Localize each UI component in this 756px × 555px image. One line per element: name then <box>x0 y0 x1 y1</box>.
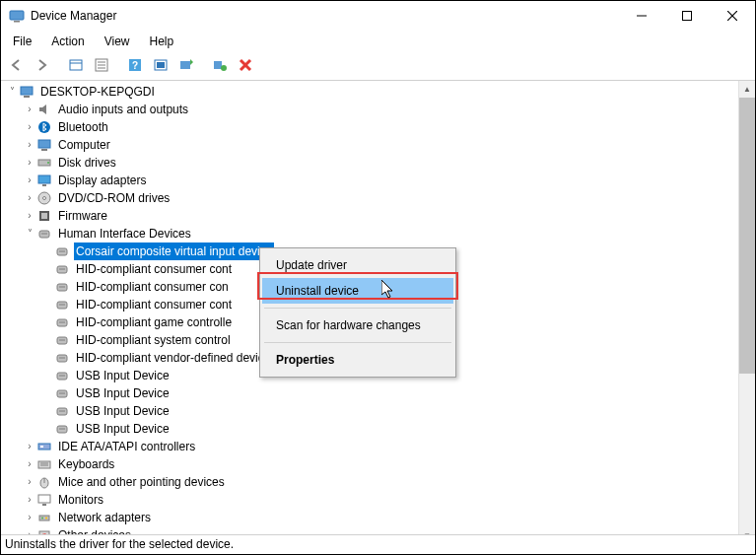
ctx-properties[interactable]: Properties <box>262 347 453 373</box>
tree-category-row[interactable]: ›Monitors <box>5 491 738 509</box>
tree-category-row[interactable]: ›Mice and other pointing devices <box>5 473 738 491</box>
ctx-separator <box>264 342 451 343</box>
svg-rect-59 <box>40 446 43 448</box>
chevron-right-icon[interactable]: › <box>23 172 36 189</box>
minimize-button[interactable] <box>619 1 664 31</box>
vertical-scrollbar[interactable]: ▲ ▼ <box>738 81 755 544</box>
svg-rect-22 <box>24 96 30 98</box>
forward-button[interactable] <box>31 54 54 76</box>
svg-rect-15 <box>157 62 165 68</box>
update-driver-button[interactable] <box>174 54 198 76</box>
chevron-down-icon[interactable]: ˅ <box>23 225 36 243</box>
tree-category-row[interactable]: ›IDE ATA/ATAPI controllers <box>5 438 738 455</box>
close-button[interactable] <box>710 1 755 31</box>
hid-device-icon <box>54 279 70 295</box>
hid-device-icon <box>54 421 70 437</box>
tree-category-row[interactable]: ›Bluetooth <box>5 118 738 136</box>
scroll-up-arrow[interactable]: ▲ <box>739 81 755 98</box>
tree-category-label: Mice and other pointing devices <box>56 473 227 491</box>
properties-button[interactable] <box>90 54 113 76</box>
menu-help[interactable]: Help <box>142 33 182 50</box>
network-icon <box>36 510 52 525</box>
titlebar: Device Manager <box>1 1 755 31</box>
hid-device-icon <box>54 350 70 366</box>
tree-category-label: DVD/CD-ROM drives <box>56 189 172 207</box>
svg-rect-67 <box>39 516 49 520</box>
svg-rect-25 <box>41 149 47 151</box>
chevron-right-icon[interactable]: › <box>23 455 36 473</box>
svg-rect-0 <box>10 11 24 20</box>
tree-category-label: Display adapters <box>56 172 148 189</box>
svg-rect-29 <box>42 184 46 186</box>
chevron-right-icon[interactable]: › <box>23 509 36 526</box>
hid-device-icon <box>54 243 70 259</box>
svg-rect-1 <box>14 21 20 23</box>
tree-category-row[interactable]: ›Keyboards <box>5 455 738 473</box>
tree-device-label: HID-compliant consumer con <box>74 278 231 296</box>
toolbar: ? <box>1 52 755 81</box>
tree-category-label: Audio inputs and outputs <box>56 101 190 118</box>
show-hidden-button[interactable] <box>64 54 88 76</box>
svg-rect-16 <box>180 61 190 69</box>
chevron-right-icon[interactable]: › <box>23 473 36 491</box>
tree-device-label: USB Input Device <box>74 367 172 384</box>
tree-category-label: Disk drives <box>56 154 118 172</box>
svg-point-68 <box>41 518 43 520</box>
chevron-right-icon[interactable]: › <box>23 207 36 225</box>
ide-icon <box>36 439 52 454</box>
help-button[interactable]: ? <box>123 54 147 76</box>
menu-file[interactable]: File <box>5 33 39 50</box>
tree-category-row[interactable]: ›Disk drives <box>5 154 738 172</box>
tree-category-row[interactable]: ›Computer <box>5 136 738 154</box>
svg-rect-6 <box>70 60 82 70</box>
tree-root-label: DESKTOP-KEPQGDI <box>38 83 157 101</box>
menubar: File Action View Help <box>1 31 755 52</box>
tree-category-row[interactable]: ›Display adapters <box>5 172 738 189</box>
chevron-right-icon[interactable]: › <box>23 118 36 136</box>
ctx-update-driver[interactable]: Update driver <box>262 252 453 278</box>
tree-device-row[interactable]: ›USB Input Device <box>5 384 738 402</box>
tree-category-row[interactable]: ›Network adapters <box>5 509 738 526</box>
svg-point-69 <box>45 518 47 520</box>
tree-category-row[interactable]: ›Audio inputs and outputs <box>5 101 738 118</box>
chevron-right-icon[interactable]: › <box>23 154 36 172</box>
tree-device-row[interactable]: ›USB Input Device <box>5 420 738 438</box>
hid-device-icon <box>54 314 70 330</box>
scroll-thumb[interactable] <box>739 98 755 374</box>
delete-button[interactable] <box>234 54 257 76</box>
chevron-right-icon[interactable]: › <box>23 136 36 154</box>
svg-rect-21 <box>21 87 33 95</box>
chevron-down-icon[interactable]: ˅ <box>5 83 19 101</box>
svg-rect-24 <box>38 140 50 148</box>
svg-point-31 <box>43 197 46 200</box>
ctx-uninstall-device[interactable]: Uninstall device <box>262 278 453 304</box>
maximize-button[interactable] <box>664 1 710 31</box>
display-icon <box>36 173 52 188</box>
tree-root-row[interactable]: ˅ DESKTOP-KEPQGDI <box>5 83 738 101</box>
mouse-icon <box>36 474 52 490</box>
tree-category-label: Network adapters <box>56 509 153 526</box>
chevron-right-icon[interactable]: › <box>23 491 36 509</box>
uninstall-button[interactable] <box>208 54 232 76</box>
bluetooth-icon <box>36 119 52 135</box>
app-icon <box>9 8 25 24</box>
menu-action[interactable]: Action <box>43 33 92 50</box>
tree-device-row[interactable]: ›USB Input Device <box>5 402 738 420</box>
hid-device-icon <box>54 297 70 312</box>
chevron-right-icon[interactable]: › <box>23 189 36 207</box>
ctx-separator <box>264 308 451 309</box>
chevron-right-icon[interactable]: › <box>23 101 36 118</box>
ctx-scan-hardware[interactable]: Scan for hardware changes <box>262 312 453 338</box>
scan-hardware-button[interactable] <box>149 54 172 76</box>
tree-category-row[interactable]: ›Firmware <box>5 207 738 225</box>
menu-view[interactable]: View <box>97 33 138 50</box>
svg-point-23 <box>38 121 50 133</box>
back-button[interactable] <box>5 54 29 76</box>
tree-category-row[interactable]: ›DVD/CD-ROM drives <box>5 189 738 207</box>
chevron-right-icon[interactable]: › <box>23 438 36 455</box>
tree-category-label: Human Interface Devices <box>56 225 193 243</box>
computer-icon <box>19 84 34 100</box>
tree-category-label: Firmware <box>56 207 109 225</box>
tree-category-row[interactable]: ˅Human Interface Devices <box>5 225 738 243</box>
hid-device-icon <box>54 403 70 419</box>
